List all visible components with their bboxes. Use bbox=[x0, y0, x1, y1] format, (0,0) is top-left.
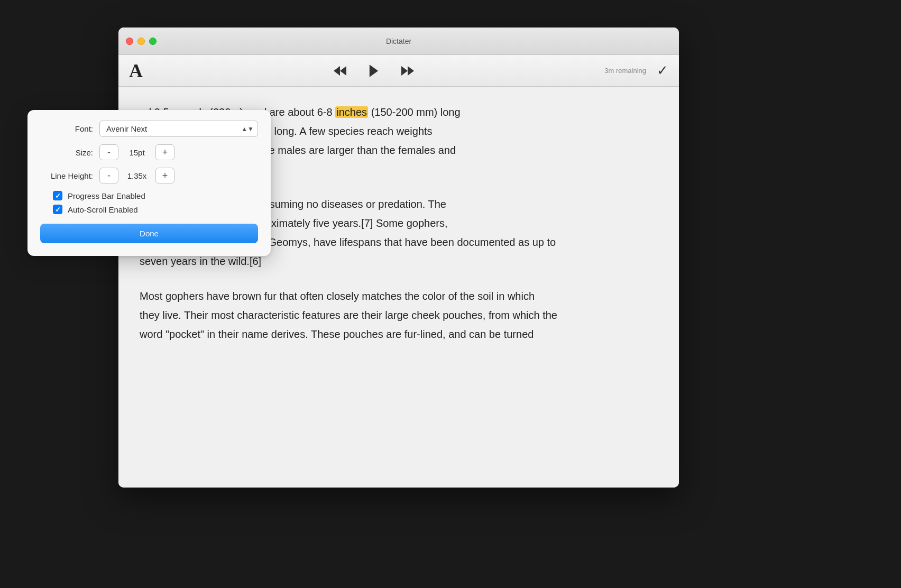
lineheight-stepper: - 1.35x + bbox=[99, 168, 174, 183]
size-stepper: - 15pt + bbox=[99, 144, 174, 160]
svg-marker-1 bbox=[340, 66, 346, 76]
svg-marker-2 bbox=[369, 65, 378, 77]
maximize-button[interactable] bbox=[149, 38, 157, 45]
paragraph-3: Most gophers have brown fur that often c… bbox=[140, 287, 658, 344]
lineheight-value: 1.35x bbox=[124, 171, 150, 180]
checkboxes-area: ✓ Progress Bar Enabled ✓ Auto-Scroll Ena… bbox=[40, 191, 258, 214]
checkmark-button[interactable]: ✓ bbox=[657, 62, 668, 79]
lineheight-plus-button[interactable]: + bbox=[155, 168, 174, 183]
progress-bar-check-icon: ✓ bbox=[55, 192, 61, 199]
toolbar-right: 3m remaining ✓ bbox=[604, 62, 668, 79]
svg-marker-3 bbox=[401, 66, 408, 76]
toolbar: A bbox=[118, 55, 679, 87]
toolbar-left: A bbox=[129, 61, 143, 80]
svg-marker-0 bbox=[334, 66, 340, 76]
toolbar-center bbox=[143, 61, 604, 80]
window-title: Dictater bbox=[386, 37, 411, 45]
progress-bar-checkbox[interactable]: ✓ bbox=[53, 191, 62, 200]
font-select[interactable]: Avenir Next Helvetica Georgia bbox=[99, 121, 258, 137]
lineheight-minus-button[interactable]: - bbox=[99, 168, 118, 183]
svg-marker-4 bbox=[408, 66, 414, 76]
autoscroll-checkbox[interactable]: ✓ bbox=[53, 205, 62, 214]
size-minus-button[interactable]: - bbox=[99, 144, 118, 160]
remaining-text: 3m remaining bbox=[604, 67, 646, 75]
autoscroll-label: Auto-Scroll Enabled bbox=[68, 205, 138, 214]
font-label: Font: bbox=[40, 124, 93, 133]
play-icon bbox=[366, 63, 381, 78]
minimize-button[interactable] bbox=[137, 38, 145, 45]
title-bar: Dictater bbox=[118, 27, 679, 55]
rewind-button[interactable] bbox=[330, 61, 350, 80]
size-plus-button[interactable]: + bbox=[155, 144, 174, 160]
fast-forward-icon bbox=[400, 63, 415, 78]
rewind-icon bbox=[333, 63, 347, 78]
size-label: Size: bbox=[40, 148, 93, 157]
main-window: Dictater A bbox=[118, 27, 679, 488]
traffic-lights bbox=[126, 38, 157, 45]
progress-bar-row[interactable]: ✓ Progress Bar Enabled bbox=[53, 191, 258, 200]
fast-forward-button[interactable] bbox=[398, 61, 417, 80]
font-icon[interactable]: A bbox=[129, 61, 143, 80]
font-row: Font: Avenir Next Helvetica Georgia ▲▼ bbox=[40, 121, 258, 137]
close-button[interactable] bbox=[126, 38, 133, 45]
size-row: Size: - 15pt + bbox=[40, 144, 258, 160]
autoscroll-row[interactable]: ✓ Auto-Scroll Enabled bbox=[53, 205, 258, 214]
play-button[interactable] bbox=[364, 61, 383, 80]
progress-bar-label: Progress Bar Enabled bbox=[68, 191, 145, 200]
settings-popup: Font: Avenir Next Helvetica Georgia ▲▼ S… bbox=[27, 110, 271, 256]
highlight-word: inches bbox=[335, 106, 368, 118]
lineheight-row: Line Height: - 1.35x + bbox=[40, 168, 258, 183]
font-select-container: Avenir Next Helvetica Georgia ▲▼ bbox=[99, 121, 258, 137]
lineheight-label: Line Height: bbox=[40, 171, 93, 180]
autoscroll-check-icon: ✓ bbox=[55, 206, 61, 213]
size-value: 15pt bbox=[124, 148, 150, 157]
done-button[interactable]: Done bbox=[40, 224, 258, 243]
